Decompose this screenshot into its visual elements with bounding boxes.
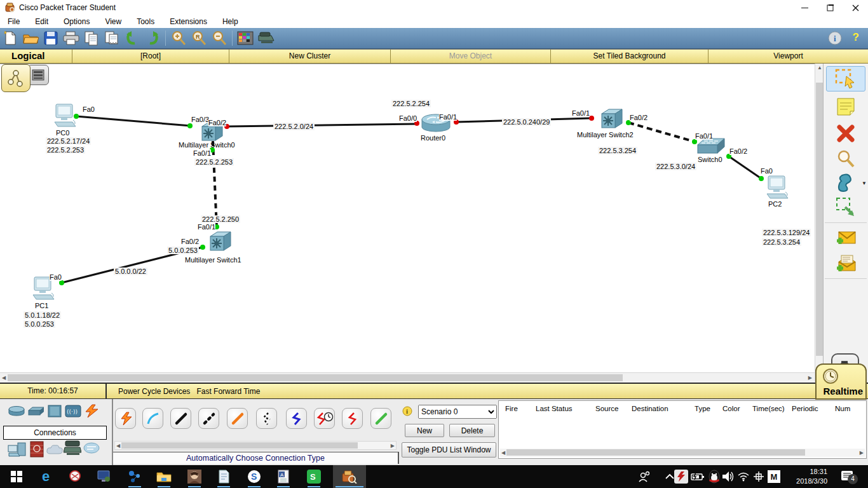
root-cluster-button[interactable]: [Root] <box>72 50 229 63</box>
tray-input-indicator-icon[interactable] <box>751 469 766 484</box>
logical-workspace-mini-tab[interactable] <box>1 64 31 92</box>
conn-auto-button[interactable] <box>115 408 136 429</box>
menu-help[interactable]: Help <box>215 15 246 28</box>
tray-ime-mode-badge[interactable]: M <box>768 470 780 483</box>
category-connections-icon[interactable] <box>83 404 100 418</box>
taskbar-notepad-icon[interactable] <box>216 469 231 484</box>
menu-options[interactable]: Options <box>56 15 97 28</box>
tray-qq-icon[interactable] <box>707 469 722 484</box>
print-button[interactable] <box>62 29 81 47</box>
delete-tool-button[interactable] <box>826 121 865 146</box>
info-button[interactable]: i <box>827 30 843 46</box>
redo-icon[interactable] <box>143 29 162 47</box>
taskbar-xmind-icon[interactable] <box>127 469 142 484</box>
start-button[interactable] <box>9 469 24 484</box>
canvas-horizontal-scrollbar[interactable]: ◀ ▶ <box>0 372 815 382</box>
taskbar-edge-icon[interactable]: e <box>38 469 53 484</box>
menu-edit[interactable]: Edit <box>27 15 56 28</box>
category-end-devices-icon[interactable] <box>8 442 27 458</box>
menu-file[interactable]: File <box>0 15 27 28</box>
new-file-button[interactable] <box>1 29 20 47</box>
connections-scrollbar[interactable]: ◀ ▶ <box>114 441 397 450</box>
taskbar-display-icon[interactable] <box>97 469 112 484</box>
viewport-button[interactable]: Viewport <box>708 50 868 63</box>
inspect-tool-button[interactable] <box>826 146 865 172</box>
draw-shape-tool-button[interactable]: ▼ <box>826 170 865 196</box>
help-button[interactable]: ? <box>853 31 859 44</box>
vscroll-thumb[interactable] <box>816 83 823 356</box>
device-pc0[interactable] <box>52 104 78 128</box>
tray-volume-icon[interactable] <box>721 469 736 484</box>
taskbar-explorer-icon[interactable] <box>156 469 172 484</box>
new-cluster-button[interactable]: New Cluster <box>229 50 390 63</box>
taskbar-snip-icon[interactable] <box>67 469 83 484</box>
maximize-button[interactable] <box>817 0 843 15</box>
taskbar-text-doc-icon[interactable]: A <box>276 469 291 484</box>
zoom-reset-button[interactable]: R <box>189 29 208 47</box>
conn-copper-straight-button[interactable] <box>170 408 191 429</box>
conn-phone-button[interactable] <box>256 408 277 429</box>
shape-dropdown-arrow-icon[interactable]: ▼ <box>862 180 867 186</box>
tray-notification-icon[interactable]: 4 <box>840 469 855 484</box>
scenario-info-icon[interactable]: i <box>402 406 412 416</box>
taskbar-sogou-icon[interactable]: S <box>247 469 262 484</box>
conn-octal-button[interactable] <box>370 408 391 429</box>
set-tiled-background-button[interactable]: Set Tiled Background <box>550 50 708 63</box>
save-button[interactable] <box>41 29 60 47</box>
connections-scroll-thumb[interactable] <box>121 442 358 449</box>
toggle-pdu-list-button[interactable]: Toggle PDU List Window <box>402 442 496 458</box>
category-wireless-icon[interactable]: ((·)) <box>65 405 81 417</box>
taskbar-wps-icon[interactable]: S <box>306 469 322 484</box>
device-multilayer-switch1[interactable] <box>209 231 232 252</box>
device-multilayer-switch2[interactable] <box>600 108 623 130</box>
tray-battery-icon[interactable] <box>690 469 705 484</box>
scenario-new-button[interactable]: New <box>405 424 444 437</box>
category-switches-icon[interactable] <box>28 407 44 416</box>
category-routers-icon[interactable] <box>8 405 25 417</box>
category-hubs-icon[interactable] <box>48 405 62 417</box>
minimize-button[interactable] <box>792 0 817 15</box>
power-cycle-devices-button[interactable]: Power Cycle Devices <box>118 387 190 396</box>
canvas-vertical-scrollbar[interactable]: ▲ ▼ <box>815 64 823 382</box>
palette-dialog-button[interactable] <box>236 29 255 47</box>
conn-fiber-button[interactable] <box>227 408 248 429</box>
realtime-mode-tab[interactable]: Realtime <box>815 363 867 400</box>
open-file-button[interactable] <box>21 29 40 47</box>
menu-extensions[interactable]: Extensions <box>162 15 215 28</box>
tray-thunder-icon[interactable] <box>674 469 689 484</box>
conn-console-button[interactable] <box>142 408 163 429</box>
tray-people-icon[interactable] <box>637 469 652 484</box>
scenario-delete-button[interactable]: Delete <box>449 424 495 437</box>
physical-workspace-tab[interactable] <box>27 65 49 85</box>
menu-view[interactable]: View <box>97 15 129 28</box>
category-multiuser-icon[interactable] <box>83 442 100 454</box>
add-simple-pdu-button[interactable] <box>826 226 865 252</box>
custom-devices-dialog-button[interactable] <box>256 29 275 47</box>
tray-clock[interactable]: 18:31 2018/3/30 <box>788 467 827 486</box>
scenario-select[interactable]: Scenario 0 <box>418 405 497 419</box>
tray-wifi-icon[interactable] <box>736 469 751 484</box>
add-complex-pdu-button[interactable] <box>826 252 865 277</box>
pdu-scroll-thumb[interactable] <box>506 449 805 456</box>
select-tool-button[interactable] <box>826 66 865 92</box>
logical-workspace-tab[interactable]: Logical <box>0 50 72 63</box>
category-wan-cloud-icon[interactable] <box>46 444 64 455</box>
paste-button[interactable] <box>102 29 121 47</box>
pdu-list-scrollbar[interactable]: ◀ ▶ <box>500 449 865 457</box>
conn-serial-dte-button[interactable] <box>342 408 363 429</box>
category-security-icon[interactable] <box>30 441 44 458</box>
conn-serial-dce-button[interactable] <box>314 408 335 429</box>
zoom-in-button[interactable] <box>169 29 188 47</box>
conn-coaxial-button[interactable] <box>286 408 307 429</box>
copy-button[interactable] <box>82 29 101 47</box>
device-pc2[interactable] <box>764 175 790 200</box>
device-switch0[interactable] <box>696 137 726 156</box>
fast-forward-time-button[interactable]: Fast Forward Time <box>196 387 260 396</box>
conn-copper-crossover-button[interactable] <box>198 408 219 429</box>
category-custom-devices-icon[interactable] <box>64 440 81 456</box>
undo-icon[interactable] <box>123 29 142 47</box>
resize-shape-tool-button[interactable] <box>826 194 865 220</box>
taskbar-avatar-icon[interactable] <box>187 469 202 484</box>
place-note-tool-button[interactable] <box>826 94 865 119</box>
taskbar-packet-tracer-icon[interactable] <box>342 469 357 484</box>
